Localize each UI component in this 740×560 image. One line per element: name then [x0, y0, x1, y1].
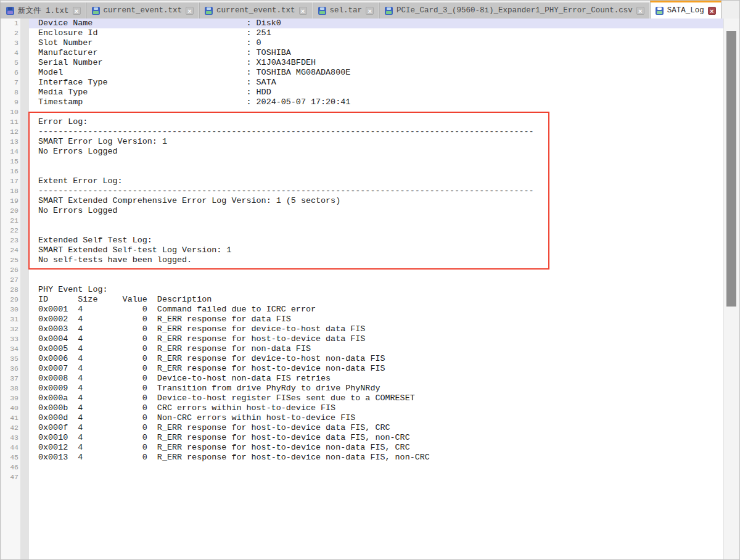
line-number: 17 [1, 176, 21, 186]
text-line: No Errors Logged [29, 206, 723, 216]
text-line [29, 157, 723, 167]
line-number: 20 [1, 206, 21, 216]
floppy-icon [6, 7, 14, 15]
text-line [29, 265, 723, 275]
line-number: 19 [1, 196, 21, 206]
text-area[interactable]: Device Name : Disk0Enclosure Id : 251Slo… [29, 19, 723, 559]
line-number: 35 [1, 354, 21, 364]
text-line: 0x0008 4 0 Device-to-host non-data FIS r… [29, 374, 723, 384]
text-line: 0x000f 4 0 R_ERR response for host-to-de… [29, 423, 723, 433]
line-number: 7 [1, 78, 21, 88]
text-line: Serial Number : X1J0A34BFDEH [29, 58, 723, 68]
text-line: 0x0004 4 0 R_ERR response for host-to-de… [29, 334, 723, 344]
line-number: 41 [1, 413, 21, 423]
line-number: 22 [1, 226, 21, 236]
line-number: 6 [1, 68, 21, 78]
line-number: 42 [1, 423, 21, 433]
line-number: 27 [1, 275, 21, 285]
text-line: 0x0009 4 0 Transition from drive PhyRdy … [29, 384, 723, 393]
tab-label: 新文件 1.txt [18, 6, 69, 16]
line-number: 3 [1, 38, 21, 48]
line-number: 44 [1, 443, 21, 453]
tab-label: current_event.txt [216, 6, 295, 15]
scrollbar-thumb[interactable] [726, 31, 736, 307]
editor-window: 新文件 1.txt×current_event.txt×current_even… [0, 0, 740, 560]
text-line: Media Type : HDD [29, 88, 723, 97]
floppy-icon [385, 7, 393, 15]
tab-1[interactable]: 新文件 1.txt× [1, 2, 86, 19]
text-line: Timestamp : 2024-05-07 17:20:41 [29, 97, 723, 107]
text-line: SMART Extended Comprehensive Error Log V… [29, 196, 723, 206]
tab-label: current_event.txt [104, 6, 183, 15]
line-number: 23 [1, 236, 21, 245]
text-line: 0x000d 4 0 Non-CRC errors within host-to… [29, 413, 723, 423]
text-line: Model : TOSHIBA MG08ADA800E [29, 68, 723, 78]
line-number: 1 [1, 19, 21, 28]
vertical-scrollbar[interactable] [723, 19, 739, 559]
line-number: 21 [1, 216, 21, 226]
text-line-current: Device Name : Disk0 [29, 19, 723, 28]
line-number: 45 [1, 453, 21, 463]
text-line: 0x000a 4 0 Device-to-host register FISes… [29, 393, 723, 403]
line-number: 26 [1, 265, 21, 275]
close-icon[interactable]: × [186, 7, 194, 15]
text-line: ----------------------------------------… [29, 127, 723, 137]
text-line: 0x0013 4 0 R_ERR response for host-to-de… [29, 453, 723, 463]
tab-2[interactable]: current_event.txt× [86, 2, 200, 19]
line-number: 11 [1, 117, 21, 127]
text-line [29, 216, 723, 226]
close-icon[interactable]: × [299, 7, 307, 15]
line-number: 2 [1, 28, 21, 38]
line-number: 34 [1, 344, 21, 354]
text-line: ID Size Value Description [29, 295, 723, 305]
close-icon[interactable]: × [366, 7, 374, 15]
line-number: 5 [1, 58, 21, 68]
close-icon[interactable]: × [636, 7, 644, 15]
close-icon[interactable]: × [73, 7, 81, 15]
line-number: 13 [1, 137, 21, 147]
tab-6[interactable]: SATA_Log× [650, 1, 722, 19]
tab-3[interactable]: current_event.txt× [199, 2, 313, 19]
line-number-gutter: 1234567891011121314151617181920212223242… [1, 19, 21, 559]
line-number: 18 [1, 186, 21, 196]
text-line: No self-tests have been logged. [29, 255, 723, 265]
text-line: ----------------------------------------… [29, 186, 723, 196]
line-number: 38 [1, 384, 21, 393]
tab-bar: 新文件 1.txt×current_event.txt×current_even… [1, 1, 739, 19]
floppy-icon [92, 7, 100, 15]
text-line [29, 275, 723, 285]
text-line: Manufacturer : TOSHIBA [29, 48, 723, 58]
text-line: Interface Type : SATA [29, 78, 723, 88]
text-line: PHY Event Log: [29, 285, 723, 295]
text-line: 0x0005 4 0 R_ERR response for non-data F… [29, 344, 723, 354]
text-line: Extended Self Test Log: [29, 236, 723, 245]
text-line [29, 226, 723, 236]
line-number: 46 [1, 463, 21, 472]
line-number: 10 [1, 107, 21, 117]
floppy-icon [205, 7, 213, 15]
line-number: 39 [1, 393, 21, 403]
line-number: 8 [1, 88, 21, 97]
line-number: 9 [1, 97, 21, 107]
close-icon[interactable]: × [708, 7, 716, 15]
tab-label: PCIe_Card_3_(9560-8i)_Expander1_PHY_Erro… [397, 6, 633, 15]
line-number: 14 [1, 147, 21, 157]
tab-5[interactable]: PCIe_Card_3_(9560-8i)_Expander1_PHY_Erro… [379, 2, 650, 19]
line-number: 4 [1, 48, 21, 58]
line-number: 40 [1, 403, 21, 413]
line-number: 28 [1, 285, 21, 295]
text-line: SMART Error Log Version: 1 [29, 137, 723, 147]
tab-label: sel.tar [330, 6, 363, 15]
text-line: Error Log: [29, 117, 723, 127]
line-number: 33 [1, 334, 21, 344]
line-number: 37 [1, 374, 21, 384]
text-line: No Errors Logged [29, 147, 723, 157]
line-number: 47 [1, 472, 21, 482]
text-line: 0x0006 4 0 R_ERR response for device-to-… [29, 354, 723, 364]
text-line: 0x0010 4 0 R_ERR response for host-to-de… [29, 433, 723, 443]
text-line: 0x0003 4 0 R_ERR response for device-to-… [29, 324, 723, 334]
fold-margin [20, 19, 29, 559]
text-line: SMART Extended Self-test Log Version: 1 [29, 245, 723, 255]
tab-4[interactable]: sel.tar× [313, 2, 380, 19]
text-line: Slot Number : 0 [29, 38, 723, 48]
